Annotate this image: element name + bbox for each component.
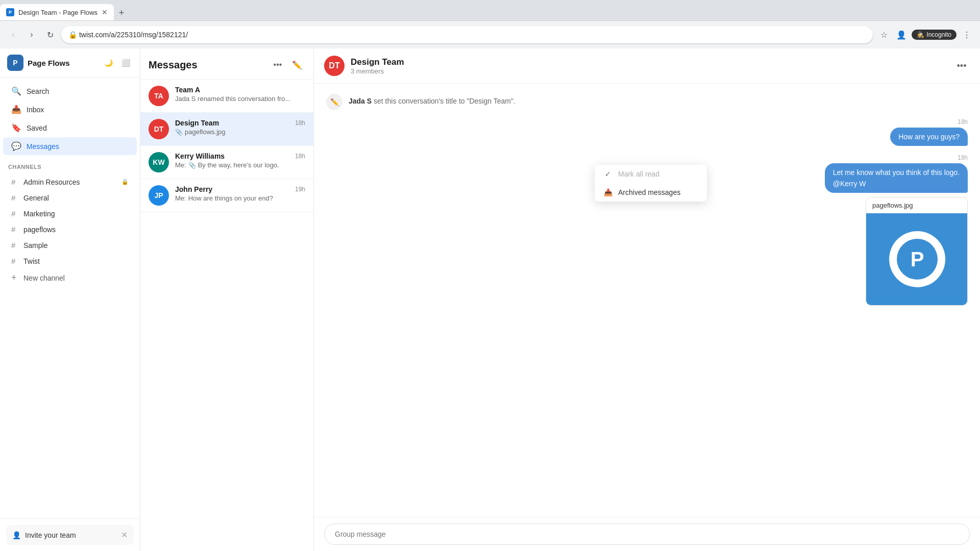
saved-icon: 🔖: [11, 123, 21, 133]
dropdown-archived-messages[interactable]: 📥 Archived messages: [595, 183, 707, 202]
menu-button[interactable]: ⋮: [960, 28, 974, 42]
archive-icon: 📥: [603, 188, 613, 196]
chat-messages: ✏️ Jada S set this conversation's title …: [314, 84, 980, 517]
address-bar[interactable]: 🔒 twist.com/a/225310/msg/1582121/: [61, 26, 873, 43]
message-item-design-team[interactable]: DT Design Team 18h 📎 pageflows.jpg: [140, 113, 313, 146]
message-item-john[interactable]: JP John Perry 19h Me: How are things on …: [140, 179, 313, 212]
message-sender-team-a: Team A: [175, 86, 200, 94]
message-preview-kerry: Me: 📎 By the way, here's our logo.: [175, 161, 305, 169]
message-time-john: 19h: [295, 186, 305, 193]
message-preview-design-team: 📎 pageflows.jpg: [175, 128, 305, 136]
channel-twist[interactable]: # Twist: [3, 254, 137, 268]
messages-dots-button[interactable]: •••: [270, 57, 286, 73]
refresh-button[interactable]: ↻: [43, 28, 57, 42]
preview-text-team-a: Jada S renamed this conversation fro...: [175, 95, 290, 103]
layout-button[interactable]: ⬜: [118, 56, 133, 70]
system-message: ✏️ Jada S set this conversation's title …: [326, 94, 968, 110]
channel-hash-icon: #: [11, 225, 19, 234]
message-bubble-1-wrap: 18h How are you guys?: [326, 118, 968, 146]
message-item-kerry[interactable]: KW Kerry Williams 18h Me: 📎 By the way, …: [140, 146, 313, 179]
bookmark-button[interactable]: ☆: [877, 28, 891, 42]
group-message-input[interactable]: [324, 523, 970, 545]
message-sender-kerry: Kerry Williams: [175, 152, 225, 160]
messages-actions: ••• ✏️: [270, 57, 305, 73]
avatar-john: JP: [149, 185, 169, 206]
pageflows-logo: P: [889, 231, 945, 287]
back-button[interactable]: ‹: [6, 28, 20, 42]
edit-icon: ✏️: [326, 94, 342, 110]
mention-2: @Kerry W: [833, 180, 960, 188]
attachment-icon-kerry: 📎: [188, 162, 196, 169]
forward-button[interactable]: ›: [24, 28, 39, 42]
messages-title: Messages: [149, 59, 198, 71]
system-action: set this conversation's title to "Design…: [374, 97, 516, 105]
new-tab-button[interactable]: +: [114, 5, 129, 20]
system-text: Jada S set this conversation's title to …: [349, 94, 516, 105]
attachment-preview: P: [866, 213, 968, 305]
channel-marketing[interactable]: # Marketing: [3, 206, 137, 221]
workspace-icon: P: [7, 55, 23, 71]
message-bubble-2: Let me know what you think of this logo.…: [825, 163, 968, 193]
message-list: TA Team A Jada S renamed this conversati…: [140, 80, 313, 551]
chat-dots-button[interactable]: •••: [953, 58, 970, 74]
channel-sample[interactable]: # Sample: [3, 238, 137, 253]
message-sender-john: John Perry: [175, 185, 212, 193]
address-lock-icon: 🔒: [68, 31, 77, 39]
message-content-kerry: Kerry Williams 18h Me: 📎 By the way, her…: [175, 152, 305, 169]
sidebar-nav: 🔍 Search 📥 Inbox 🔖 Saved 💬 Messages: [0, 78, 140, 160]
sidebar-item-inbox-label: Inbox: [27, 106, 44, 114]
preview-text-john: How are things on your end?: [188, 194, 273, 202]
incognito-badge: 🕵️ Incognito: [912, 30, 957, 40]
channel-pageflows[interactable]: # pageflows: [3, 222, 137, 237]
tab-favicon: P: [6, 8, 14, 16]
sidebar: P Page Flows 🌙 ⬜ 🔍 Search 📥 Inbox 🔖 Save…: [0, 48, 140, 551]
channels-section-title: Channels: [8, 164, 132, 170]
moon-button[interactable]: 🌙: [101, 56, 115, 70]
sidebar-item-search[interactable]: 🔍 Search: [3, 82, 137, 100]
invite-team-label: Invite your team: [25, 531, 76, 539]
channel-hash-icon: #: [11, 193, 19, 202]
channel-hash-icon: #: [11, 209, 19, 218]
system-actor: Jada S: [349, 97, 372, 105]
invite-team-banner[interactable]: 👤 Invite your team ✕: [6, 525, 134, 545]
sidebar-item-messages[interactable]: 💬 Messages: [3, 137, 137, 155]
lock-icon: 🔒: [121, 179, 129, 185]
browser-tab-active[interactable]: P Design Team - Page Flows ✕: [0, 4, 114, 20]
message-content-team-a: Team A Jada S renamed this conversation …: [175, 86, 305, 103]
workspace-name: Page Flows: [28, 59, 97, 67]
message-time-design-team: 18h: [295, 119, 305, 127]
message-sender-design-team: Design Team: [175, 119, 219, 127]
chat-title-section: DT Design Team 3 members: [324, 56, 404, 76]
message-preview-team-a: Jada S renamed this conversation fro...: [175, 95, 305, 103]
dropdown-archived-label: Archived messages: [618, 188, 680, 196]
channel-twist-label: Twist: [23, 257, 129, 265]
sidebar-header: P Page Flows 🌙 ⬜: [0, 48, 140, 78]
message-item-team-a[interactable]: TA Team A Jada S renamed this conversati…: [140, 80, 313, 113]
dropdown-menu: ✓ Mark all read 📥 Archived messages: [595, 165, 707, 202]
compose-button[interactable]: ✏️: [289, 57, 305, 73]
sidebar-item-search-label: Search: [27, 87, 49, 95]
new-channel-button[interactable]: + New channel: [3, 269, 137, 286]
channels-section: Channels: [0, 160, 140, 174]
dropdown-mark-all-read: ✓ Mark all read: [595, 165, 707, 183]
profile-button[interactable]: 👤: [894, 28, 909, 42]
attachment-card[interactable]: pageflows.jpg P: [866, 197, 968, 306]
sidebar-item-inbox[interactable]: 📥 Inbox: [3, 101, 137, 118]
channel-admin-resources[interactable]: # Admin Resources 🔒: [3, 174, 137, 189]
sidebar-item-saved[interactable]: 🔖 Saved: [3, 119, 137, 137]
tab-close-button[interactable]: ✕: [102, 8, 108, 16]
channel-marketing-label: Marketing: [23, 210, 129, 218]
me-prefix-john: Me:: [175, 194, 186, 202]
invite-close-button[interactable]: ✕: [121, 530, 128, 540]
message-time-kerry: 18h: [295, 153, 305, 160]
check-icon: ✓: [603, 170, 613, 178]
message-text-2: Let me know what you think of this logo.: [833, 168, 960, 177]
channel-general[interactable]: # General: [3, 190, 137, 205]
channel-pageflows-label: pageflows: [23, 226, 129, 234]
messages-icon: 💬: [11, 141, 21, 151]
inbox-icon: 📥: [11, 105, 21, 114]
sidebar-item-messages-label: Messages: [27, 142, 59, 151]
browser-nav: ‹ › ↻ 🔒 twist.com/a/225310/msg/1582121/ …: [0, 20, 980, 48]
chat-avatar: DT: [324, 56, 345, 76]
channel-admin-resources-label: Admin Resources: [23, 178, 117, 186]
